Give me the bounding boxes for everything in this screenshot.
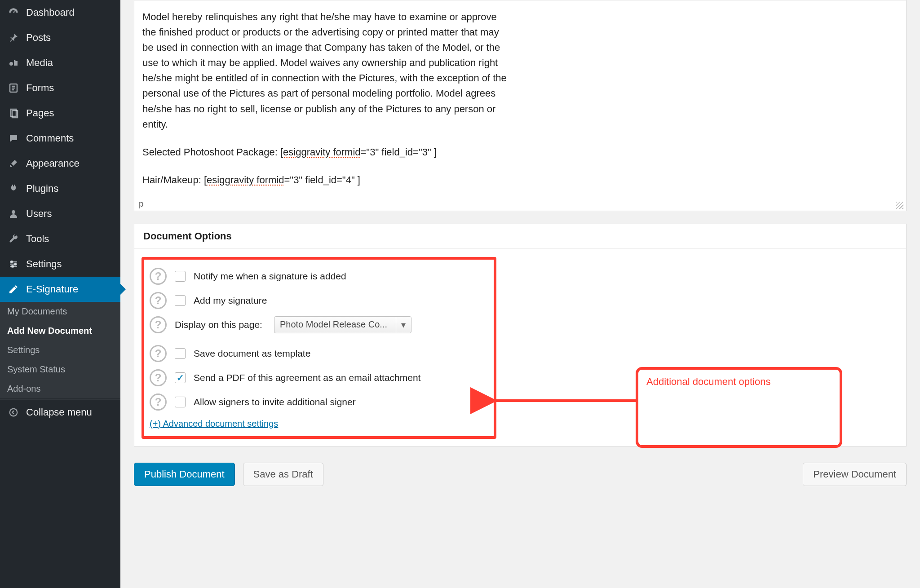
option-row-display-page: ? Display on this page: Photo Model Rele… bbox=[150, 313, 488, 337]
sidebar-label: Forms bbox=[26, 82, 54, 94]
main-content: Model hereby relinquishes any right that… bbox=[120, 0, 920, 588]
collapse-menu-button[interactable]: Collapse menu bbox=[0, 399, 120, 425]
document-editor[interactable]: Model hereby relinquishes any right that… bbox=[134, 0, 907, 197]
editor-line-package: Selected Photoshoot Package: [esiggravit… bbox=[142, 145, 898, 160]
brush-icon bbox=[7, 157, 20, 170]
sliders-icon bbox=[7, 258, 20, 270]
help-icon[interactable]: ? bbox=[150, 292, 167, 309]
sidebar-submenu: My Documents Add New Document Settings S… bbox=[0, 302, 120, 398]
label-add-signature: Add my signature bbox=[194, 295, 267, 306]
chevron-down-icon: ▾ bbox=[396, 317, 411, 333]
option-row-save-template: ? Save document as template bbox=[150, 341, 488, 366]
help-icon[interactable]: ? bbox=[150, 316, 167, 333]
annotation-text: Additional document options bbox=[646, 376, 770, 387]
sidebar-label: Dashboard bbox=[26, 7, 75, 18]
document-options-title: Document Options bbox=[134, 224, 906, 249]
option-row-notify: ? Notify me when a signature is added bbox=[150, 264, 488, 288]
sidebar-label: Pages bbox=[26, 107, 54, 119]
collapse-label: Collapse menu bbox=[26, 407, 92, 418]
sidebar-label: Tools bbox=[26, 233, 49, 245]
sidebar-label: E-Signature bbox=[26, 283, 78, 295]
help-icon[interactable]: ? bbox=[150, 268, 167, 285]
display-page-value: Photo Model Release Co... bbox=[274, 317, 396, 333]
label-save-template: Save document as template bbox=[194, 348, 310, 359]
plug-icon bbox=[7, 182, 20, 195]
display-page-select[interactable]: Photo Model Release Co... ▾ bbox=[274, 316, 411, 333]
document-options-panel: Document Options ? Notify me when a sign… bbox=[134, 224, 907, 447]
help-icon[interactable]: ? bbox=[150, 345, 167, 362]
submenu-my-documents[interactable]: My Documents bbox=[0, 302, 120, 321]
checkbox-add-signature[interactable] bbox=[175, 295, 186, 306]
submenu-add-ons[interactable]: Add-ons bbox=[0, 379, 120, 398]
option-row-allow-invite: ? Allow signers to invite additional sig… bbox=[150, 390, 488, 414]
sidebar-item-dashboard[interactable]: Dashboard bbox=[0, 0, 120, 25]
save-draft-button[interactable]: Save as Draft bbox=[243, 463, 323, 486]
editor-path: p bbox=[139, 199, 144, 208]
sidebar-label: Media bbox=[26, 57, 53, 69]
pencil-icon bbox=[7, 283, 20, 296]
submenu-add-new-document[interactable]: Add New Document bbox=[0, 321, 120, 340]
sidebar-item-forms[interactable]: Forms bbox=[0, 75, 120, 101]
svg-point-5 bbox=[11, 261, 13, 263]
pin-icon bbox=[7, 31, 20, 44]
label-notify: Notify me when a signature is added bbox=[194, 271, 346, 282]
label-send-pdf: Send a PDF of this agreement as an email… bbox=[194, 372, 420, 383]
user-icon bbox=[7, 208, 20, 220]
checkbox-save-template[interactable] bbox=[175, 348, 186, 359]
collapse-icon bbox=[7, 406, 20, 419]
pages-icon bbox=[7, 107, 20, 119]
option-row-send-pdf: ? Send a PDF of this agreement as an ema… bbox=[150, 366, 488, 390]
svg-point-4 bbox=[12, 210, 15, 214]
svg-point-7 bbox=[12, 265, 13, 267]
submenu-settings[interactable]: Settings bbox=[0, 340, 120, 360]
option-row-add-signature: ? Add my signature bbox=[150, 288, 488, 313]
editor-line-hairmakeup: Hair/Makeup: [esiggravity formid="3" fie… bbox=[142, 172, 898, 188]
sidebar-label: Comments bbox=[26, 133, 74, 144]
sidebar-label: Plugins bbox=[26, 183, 58, 195]
document-options-highlight: ? Notify me when a signature is added ? … bbox=[142, 257, 496, 439]
publish-button[interactable]: Publish Document bbox=[134, 463, 235, 486]
annotation-callout: Additional document options bbox=[636, 367, 842, 448]
sidebar-item-comments[interactable]: Comments bbox=[0, 126, 120, 151]
advanced-settings-link[interactable]: (+) Advanced document settings bbox=[150, 419, 278, 429]
admin-sidebar: Dashboard Posts Media Forms Pages Commen… bbox=[0, 0, 120, 588]
sidebar-label: Posts bbox=[26, 32, 51, 44]
preview-button[interactable]: Preview Document bbox=[803, 463, 907, 486]
sidebar-item-media[interactable]: Media bbox=[0, 50, 120, 75]
svg-point-6 bbox=[14, 263, 16, 265]
sidebar-item-pages[interactable]: Pages bbox=[0, 101, 120, 126]
sidebar-label: Appearance bbox=[26, 158, 80, 169]
resize-grip-icon[interactable] bbox=[896, 202, 903, 209]
sidebar-item-settings[interactable]: Settings bbox=[0, 252, 120, 277]
help-icon[interactable]: ? bbox=[150, 393, 167, 411]
sidebar-item-users[interactable]: Users bbox=[0, 201, 120, 226]
checkbox-allow-invite[interactable] bbox=[175, 397, 186, 407]
actions-row: Publish Document Save as Draft Preview D… bbox=[134, 463, 907, 486]
sidebar-item-tools[interactable]: Tools bbox=[0, 226, 120, 252]
sidebar-label: Users bbox=[26, 208, 52, 220]
media-icon bbox=[7, 57, 20, 69]
svg-point-0 bbox=[9, 62, 13, 66]
submenu-system-status[interactable]: System Status bbox=[0, 360, 120, 379]
editor-path-bar: p bbox=[134, 197, 907, 211]
label-display-page: Display on this page: bbox=[175, 319, 262, 330]
checkbox-send-pdf[interactable] bbox=[175, 372, 186, 383]
editor-paragraph: Model hereby relinquishes any right that… bbox=[142, 9, 511, 132]
dashboard-icon bbox=[7, 6, 20, 19]
sidebar-item-esignature[interactable]: E-Signature bbox=[0, 277, 120, 302]
sidebar-item-posts[interactable]: Posts bbox=[0, 25, 120, 50]
checkbox-notify[interactable] bbox=[175, 271, 186, 282]
comment-icon bbox=[7, 132, 20, 145]
sidebar-item-plugins[interactable]: Plugins bbox=[0, 176, 120, 201]
sidebar-label: Settings bbox=[26, 258, 62, 270]
forms-icon bbox=[7, 82, 20, 94]
sidebar-item-appearance[interactable]: Appearance bbox=[0, 151, 120, 176]
label-allow-invite: Allow signers to invite additional signe… bbox=[194, 397, 356, 407]
wrench-icon bbox=[7, 233, 20, 245]
svg-point-8 bbox=[10, 409, 18, 416]
help-icon[interactable]: ? bbox=[150, 369, 167, 386]
annotation-arrow-icon bbox=[483, 385, 645, 416]
